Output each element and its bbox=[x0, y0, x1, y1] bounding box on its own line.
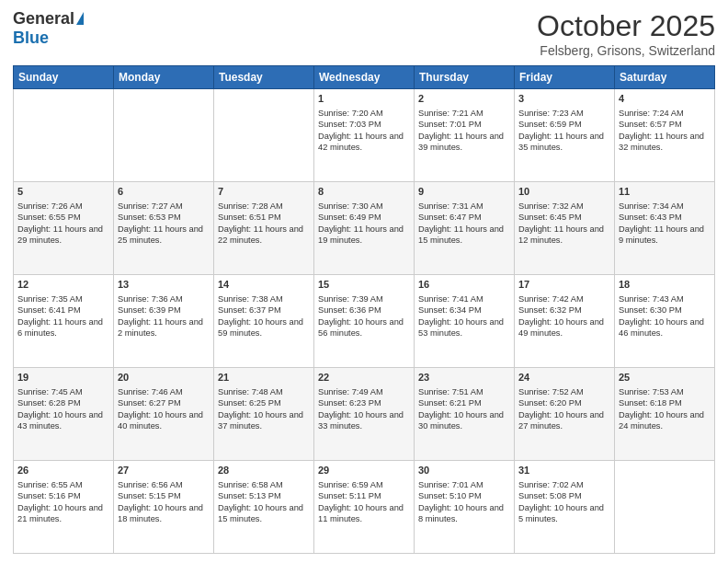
cell-w4-d1: 27Sunrise: 6:56 AM Sunset: 5:15 PM Dayli… bbox=[114, 461, 214, 554]
day-number-19: 19 bbox=[17, 371, 109, 385]
day-number-16: 16 bbox=[418, 278, 510, 292]
cell-w3-d3: 22Sunrise: 7:49 AM Sunset: 6:23 PM Dayli… bbox=[314, 368, 415, 461]
day-number-10: 10 bbox=[518, 185, 610, 199]
weekday-header-row: Sunday Monday Tuesday Wednesday Thursday… bbox=[14, 66, 715, 89]
day-number-23: 23 bbox=[418, 371, 510, 385]
day-number-24: 24 bbox=[518, 371, 610, 385]
cell-content-15: Sunrise: 7:39 AM Sunset: 6:36 PM Dayligh… bbox=[318, 293, 410, 339]
day-number-28: 28 bbox=[218, 464, 310, 477]
day-number-29: 29 bbox=[318, 464, 410, 477]
logo-general-text: General bbox=[13, 9, 74, 29]
week-row-2: 12Sunrise: 7:35 AM Sunset: 6:41 PM Dayli… bbox=[14, 275, 715, 368]
cell-content-19: Sunrise: 7:45 AM Sunset: 6:28 PM Dayligh… bbox=[17, 386, 109, 432]
day-number-26: 26 bbox=[17, 464, 109, 477]
cell-w1-d0: 5Sunrise: 7:26 AM Sunset: 6:55 PM Daylig… bbox=[14, 182, 114, 275]
cell-content-14: Sunrise: 7:38 AM Sunset: 6:37 PM Dayligh… bbox=[218, 293, 310, 339]
day-number-3: 3 bbox=[518, 92, 610, 106]
header-friday: Friday bbox=[515, 66, 615, 89]
header-thursday: Thursday bbox=[415, 66, 515, 89]
day-number-5: 5 bbox=[17, 185, 109, 199]
cell-w1-d3: 8Sunrise: 7:30 AM Sunset: 6:49 PM Daylig… bbox=[314, 182, 415, 275]
week-row-1: 5Sunrise: 7:26 AM Sunset: 6:55 PM Daylig… bbox=[14, 182, 715, 275]
cell-content-5: Sunrise: 7:26 AM Sunset: 6:55 PM Dayligh… bbox=[17, 201, 109, 247]
cell-w1-d2: 7Sunrise: 7:28 AM Sunset: 6:51 PM Daylig… bbox=[214, 182, 314, 275]
cell-w4-d2: 28Sunrise: 6:58 AM Sunset: 5:13 PM Dayli… bbox=[214, 461, 314, 554]
header-right: October 2025 Felsberg, Grisons, Switzerl… bbox=[537, 9, 715, 58]
location: Felsberg, Grisons, Switzerland bbox=[537, 43, 715, 58]
day-number-7: 7 bbox=[218, 185, 310, 199]
cell-w3-d6: 25Sunrise: 7:53 AM Sunset: 6:18 PM Dayli… bbox=[615, 368, 715, 461]
day-number-22: 22 bbox=[318, 371, 410, 385]
cell-w4-d5: 31Sunrise: 7:02 AM Sunset: 5:08 PM Dayli… bbox=[515, 461, 615, 554]
day-number-4: 4 bbox=[619, 92, 711, 106]
day-number-12: 12 bbox=[17, 278, 109, 292]
cell-content-1: Sunrise: 7:20 AM Sunset: 7:03 PM Dayligh… bbox=[318, 108, 410, 154]
cell-content-16: Sunrise: 7:41 AM Sunset: 6:34 PM Dayligh… bbox=[418, 293, 510, 339]
cell-w3-d0: 19Sunrise: 7:45 AM Sunset: 6:28 PM Dayli… bbox=[14, 368, 114, 461]
logo: General Blue bbox=[13, 9, 84, 48]
cell-content-29: Sunrise: 6:59 AM Sunset: 5:11 PM Dayligh… bbox=[318, 479, 410, 525]
cell-content-4: Sunrise: 7:24 AM Sunset: 6:57 PM Dayligh… bbox=[619, 108, 711, 154]
cell-w0-d6: 4Sunrise: 7:24 AM Sunset: 6:57 PM Daylig… bbox=[615, 89, 715, 182]
cell-w2-d5: 17Sunrise: 7:42 AM Sunset: 6:32 PM Dayli… bbox=[515, 275, 615, 368]
cell-w0-d3: 1Sunrise: 7:20 AM Sunset: 7:03 PM Daylig… bbox=[314, 89, 415, 182]
day-number-31: 31 bbox=[518, 464, 610, 477]
week-row-3: 19Sunrise: 7:45 AM Sunset: 6:28 PM Dayli… bbox=[14, 368, 715, 461]
day-number-1: 1 bbox=[318, 92, 410, 106]
cell-content-9: Sunrise: 7:31 AM Sunset: 6:47 PM Dayligh… bbox=[418, 201, 510, 247]
cell-w0-d2 bbox=[214, 89, 314, 182]
day-number-27: 27 bbox=[118, 464, 210, 477]
cell-w1-d6: 11Sunrise: 7:34 AM Sunset: 6:43 PM Dayli… bbox=[615, 182, 715, 275]
cell-content-17: Sunrise: 7:42 AM Sunset: 6:32 PM Dayligh… bbox=[518, 293, 610, 339]
cell-w3-d4: 23Sunrise: 7:51 AM Sunset: 6:21 PM Dayli… bbox=[415, 368, 515, 461]
day-number-13: 13 bbox=[118, 278, 210, 292]
page: General Blue October 2025 Felsberg, Gris… bbox=[0, 0, 728, 563]
cell-content-20: Sunrise: 7:46 AM Sunset: 6:27 PM Dayligh… bbox=[118, 386, 210, 432]
day-number-9: 9 bbox=[418, 185, 510, 199]
calendar-table: Sunday Monday Tuesday Wednesday Thursday… bbox=[13, 65, 715, 554]
header-sunday: Sunday bbox=[14, 66, 114, 89]
day-number-2: 2 bbox=[418, 92, 510, 106]
logo-blue-text: Blue bbox=[13, 29, 49, 48]
day-number-25: 25 bbox=[619, 371, 711, 385]
header: General Blue October 2025 Felsberg, Gris… bbox=[13, 9, 715, 58]
cell-content-18: Sunrise: 7:43 AM Sunset: 6:30 PM Dayligh… bbox=[619, 293, 711, 339]
cell-content-22: Sunrise: 7:49 AM Sunset: 6:23 PM Dayligh… bbox=[318, 386, 410, 432]
cell-w2-d0: 12Sunrise: 7:35 AM Sunset: 6:41 PM Dayli… bbox=[14, 275, 114, 368]
cell-w1-d1: 6Sunrise: 7:27 AM Sunset: 6:53 PM Daylig… bbox=[114, 182, 214, 275]
cell-content-13: Sunrise: 7:36 AM Sunset: 6:39 PM Dayligh… bbox=[118, 293, 210, 339]
header-monday: Monday bbox=[114, 66, 214, 89]
cell-w0-d1 bbox=[114, 89, 214, 182]
cell-content-3: Sunrise: 7:23 AM Sunset: 6:59 PM Dayligh… bbox=[518, 108, 610, 154]
cell-content-8: Sunrise: 7:30 AM Sunset: 6:49 PM Dayligh… bbox=[318, 201, 410, 247]
cell-content-2: Sunrise: 7:21 AM Sunset: 7:01 PM Dayligh… bbox=[418, 108, 510, 154]
day-number-30: 30 bbox=[418, 464, 510, 477]
cell-w2-d3: 15Sunrise: 7:39 AM Sunset: 6:36 PM Dayli… bbox=[314, 275, 415, 368]
cell-w2-d1: 13Sunrise: 7:36 AM Sunset: 6:39 PM Dayli… bbox=[114, 275, 214, 368]
day-number-21: 21 bbox=[218, 371, 310, 385]
cell-content-24: Sunrise: 7:52 AM Sunset: 6:20 PM Dayligh… bbox=[518, 386, 610, 432]
header-saturday: Saturday bbox=[615, 66, 715, 89]
cell-w3-d1: 20Sunrise: 7:46 AM Sunset: 6:27 PM Dayli… bbox=[114, 368, 214, 461]
cell-w0-d4: 2Sunrise: 7:21 AM Sunset: 7:01 PM Daylig… bbox=[415, 89, 515, 182]
cell-w4-d6 bbox=[615, 461, 715, 554]
cell-content-27: Sunrise: 6:56 AM Sunset: 5:15 PM Dayligh… bbox=[118, 479, 210, 525]
cell-content-12: Sunrise: 7:35 AM Sunset: 6:41 PM Dayligh… bbox=[17, 293, 109, 339]
cell-content-28: Sunrise: 6:58 AM Sunset: 5:13 PM Dayligh… bbox=[218, 479, 310, 525]
logo-triangle-icon bbox=[76, 12, 84, 25]
cell-content-25: Sunrise: 7:53 AM Sunset: 6:18 PM Dayligh… bbox=[619, 386, 711, 432]
week-row-0: 1Sunrise: 7:20 AM Sunset: 7:03 PM Daylig… bbox=[14, 89, 715, 182]
day-number-20: 20 bbox=[118, 371, 210, 385]
cell-w1-d5: 10Sunrise: 7:32 AM Sunset: 6:45 PM Dayli… bbox=[515, 182, 615, 275]
day-number-11: 11 bbox=[619, 185, 711, 199]
cell-content-26: Sunrise: 6:55 AM Sunset: 5:16 PM Dayligh… bbox=[17, 479, 109, 525]
cell-content-23: Sunrise: 7:51 AM Sunset: 6:21 PM Dayligh… bbox=[418, 386, 510, 432]
cell-content-31: Sunrise: 7:02 AM Sunset: 5:08 PM Dayligh… bbox=[518, 479, 610, 525]
cell-w0-d0 bbox=[14, 89, 114, 182]
cell-content-11: Sunrise: 7:34 AM Sunset: 6:43 PM Dayligh… bbox=[619, 201, 711, 247]
day-number-6: 6 bbox=[118, 185, 210, 199]
cell-w4-d4: 30Sunrise: 7:01 AM Sunset: 5:10 PM Dayli… bbox=[415, 461, 515, 554]
header-tuesday: Tuesday bbox=[214, 66, 314, 89]
header-wednesday: Wednesday bbox=[314, 66, 415, 89]
cell-content-7: Sunrise: 7:28 AM Sunset: 6:51 PM Dayligh… bbox=[218, 201, 310, 247]
